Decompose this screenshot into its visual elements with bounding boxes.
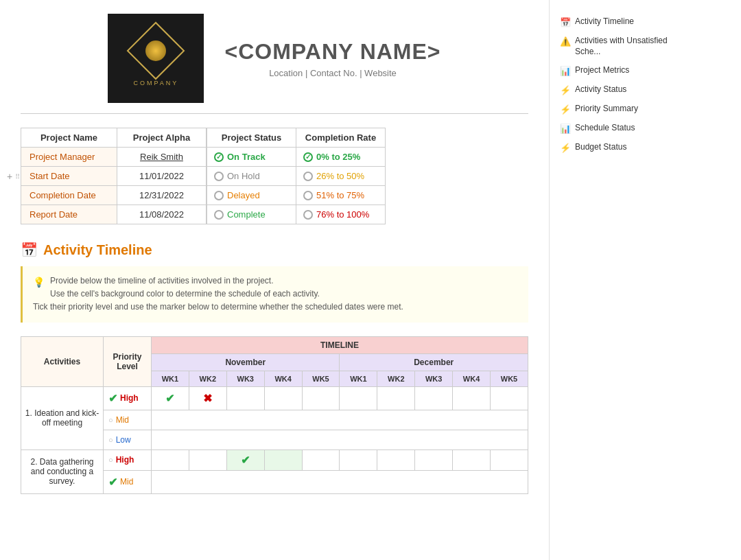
priority-high-2[interactable]: ○ High: [104, 450, 152, 470]
status-row-3: Delayed 51% to 75%: [207, 186, 386, 205]
company-logo: COMPANY: [108, 14, 204, 103]
value-completion: 12/31/2022: [117, 186, 207, 205]
sidebar-label-schedule-status: Schedule Status: [575, 123, 635, 134]
label-report: Report Date: [21, 205, 117, 224]
status-label-ontrack: On Track: [227, 152, 266, 162]
warning-sidebar-icon: ⚠️: [560, 36, 571, 47]
col1-header: Project Name: [21, 128, 117, 148]
status-option-complete[interactable]: Complete: [207, 205, 296, 224]
timeline-top-header: Activities Priority Level TIMELINE: [21, 336, 528, 353]
sidebar-item-metrics[interactable]: 📊 Project Metrics: [556, 62, 686, 79]
calendar-icon: 📅: [21, 242, 38, 258]
low-label-1: Low: [116, 435, 131, 445]
cell-1-1[interactable]: ✔: [152, 386, 189, 410]
radio-76-100[interactable]: [303, 210, 313, 220]
cell-2-10: [491, 450, 528, 470]
sidebar-item-schedule-status[interactable]: 📊 Schedule Status: [556, 120, 686, 137]
page-wrapper: COMPANY <COMPANY NAME> Location | Contac…: [0, 0, 741, 560]
rate-label-76-100: 76% to 100%: [316, 209, 369, 220]
label-start: Start Date: [21, 167, 117, 186]
sidebar-item-activity-status[interactable]: ⚡ Activity Status: [556, 82, 686, 98]
wk-dec-4: WK4: [453, 371, 491, 386]
logo-inner: [145, 40, 166, 61]
radio-delayed[interactable]: [214, 191, 224, 200]
rate-option-0-25[interactable]: 0% to 25%: [296, 148, 386, 167]
mid-label-2: Mid: [120, 477, 133, 487]
info-text-3: Tick their priority level and use the ma…: [33, 302, 403, 312]
radio-mid-1: ○: [108, 416, 113, 424]
radio-0-25[interactable]: [303, 152, 313, 162]
activity-row-2: 2. Data gathering and conducting a surve…: [21, 450, 528, 470]
header-section: COMPANY <COMPANY NAME> Location | Contac…: [21, 14, 528, 114]
table-row: Start Date 11/01/2022: [21, 167, 207, 186]
sidebar-item-activity-timeline[interactable]: 📅 Activity Timeline: [556, 14, 686, 30]
priority-high-1[interactable]: ✔ High: [104, 386, 152, 410]
budget-sidebar-icon: ⚡: [560, 143, 571, 153]
sidebar-item-priority-summary[interactable]: ⚡ Priority Summary: [556, 101, 686, 117]
status-table: Project Status Completion Rate On Track …: [207, 128, 386, 224]
cell-2-3[interactable]: ✔: [226, 450, 264, 470]
wk-dec-3: WK3: [415, 371, 453, 386]
empty-cells-row1b: [152, 430, 528, 450]
cell-2-8: [415, 450, 453, 470]
activities-col-header: Activities: [21, 336, 104, 386]
project-info-wrapper: + ⠿ Project Name Project Alpha Project M…: [21, 128, 528, 224]
cell-2-5: [302, 450, 340, 470]
status-row-2: On Hold 26% to 50%: [207, 167, 386, 186]
timeline-header: TIMELINE: [152, 336, 528, 353]
activity-1-name: 1. Ideation and kick-off meeting: [21, 386, 104, 450]
cell-2-1: [152, 450, 189, 470]
rate-option-26-50[interactable]: 26% to 50%: [296, 167, 386, 186]
rate-option-51-75[interactable]: 51% to 75%: [296, 186, 386, 205]
sidebar-label-metrics: Project Metrics: [575, 65, 629, 76]
calendar-sidebar-icon: 📅: [560, 17, 571, 27]
info-text-2: Use the cell's background color to deter…: [50, 289, 320, 299]
cell-1-6: [340, 386, 377, 410]
radio-ontrack[interactable]: [214, 152, 224, 162]
logo-diamond: [127, 22, 185, 80]
value-manager: Reik Smith: [117, 148, 207, 167]
radio-51-75[interactable]: [303, 191, 313, 200]
label-completion: Completion Date: [21, 186, 117, 205]
sidebar-label-unsatisfied: Activities with Unsatisfied Sche...: [575, 36, 683, 57]
priority-low-1[interactable]: ○ Low: [104, 430, 152, 450]
cell-2-9: [453, 450, 491, 470]
cell-1-4: [264, 386, 302, 410]
radio-onhold[interactable]: [214, 172, 224, 181]
sidebar: 📅 Activity Timeline ⚠️ Activities with U…: [549, 0, 693, 560]
priority-mid-2[interactable]: ✔ Mid: [104, 470, 152, 493]
status-option-onhold[interactable]: On Hold: [207, 167, 296, 186]
wk-dec-2: WK2: [377, 371, 415, 386]
status-option-delayed[interactable]: Delayed: [207, 186, 296, 205]
wk-nov-4: WK4: [264, 371, 302, 386]
rate-label-0-25: 0% to 25%: [316, 152, 360, 162]
wk-dec-5: WK5: [491, 371, 528, 386]
project-info-table: Project Name Project Alpha Project Manag…: [21, 128, 207, 224]
sidebar-label-activity-status: Activity Status: [575, 84, 626, 95]
sidebar-item-budget-status[interactable]: ⚡ Budget Status: [556, 139, 686, 156]
check-2-3: ✔: [241, 454, 250, 466]
mid-label-1: Mid: [116, 415, 129, 425]
cell-1-5: [302, 386, 340, 410]
radio-complete[interactable]: [214, 210, 224, 220]
label-manager: Project Manager: [21, 148, 117, 167]
wk-nov-3: WK3: [226, 371, 264, 386]
radio-26-50[interactable]: [303, 172, 313, 181]
rate-option-76-100[interactable]: 76% to 100%: [296, 205, 386, 224]
add-row-button[interactable]: +: [7, 171, 12, 182]
sidebar-item-unsatisfied[interactable]: ⚠️ Activities with Unsatisfied Sche...: [556, 33, 686, 60]
drag-handle[interactable]: ⠿: [15, 172, 20, 180]
priority-mid-1[interactable]: ○ Mid: [104, 410, 152, 430]
status-label-onhold: On Hold: [227, 171, 260, 181]
rate-label-26-50: 26% to 50%: [316, 171, 364, 181]
radio-high-2: ○: [108, 456, 113, 464]
empty-cells-row1: [152, 410, 528, 430]
wk-nov-5: WK5: [302, 371, 340, 386]
status-label-delayed: Delayed: [227, 190, 260, 200]
cell-1-2[interactable]: ✖: [189, 386, 226, 410]
status-label-complete: Complete: [227, 209, 266, 220]
cell-2-6: [340, 450, 377, 470]
status-option-ontrack[interactable]: On Track: [207, 148, 296, 167]
metrics-sidebar-icon: 📊: [560, 66, 571, 76]
company-subtitle: Location | Contact No. | Website: [224, 68, 440, 78]
